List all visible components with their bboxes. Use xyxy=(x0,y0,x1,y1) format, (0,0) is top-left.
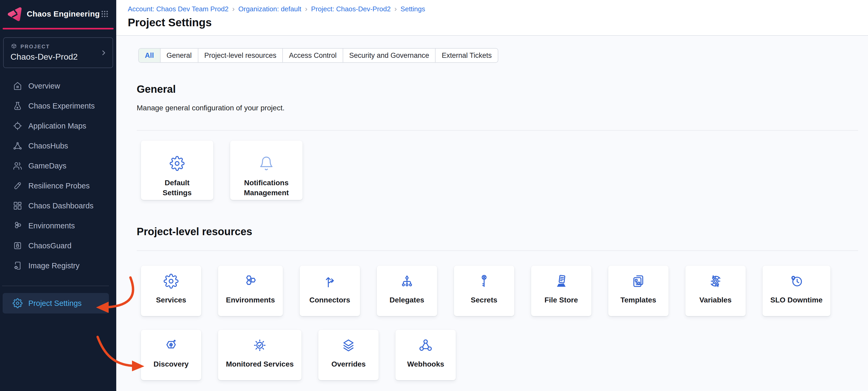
sidebar-item-chaos-dashboards[interactable]: Chaos Dashboards xyxy=(0,196,116,216)
app-switcher-grid-icon[interactable] xyxy=(100,10,109,18)
sidebar-item-label: Project Settings xyxy=(28,299,82,308)
settings-content: All General Project-level resources Acce… xyxy=(116,36,868,391)
section-general: General Manage general configuration of … xyxy=(137,84,858,200)
sidebar-divider xyxy=(2,286,109,286)
resource-card-connectors[interactable]: Connectors xyxy=(300,266,360,316)
card-label: Variables xyxy=(699,295,732,305)
resource-card-monitored-services[interactable]: Monitored Services xyxy=(218,330,302,380)
sidebar-item-label: Overview xyxy=(28,82,60,90)
card-label: Secrets xyxy=(471,295,497,305)
settings-card-default-settings[interactable]: Default Settings xyxy=(141,141,213,200)
resource-card-webhooks[interactable]: Webhooks xyxy=(396,330,456,380)
sidebar-item-label: Image Registry xyxy=(28,261,80,270)
hexagons-icon xyxy=(12,221,23,231)
resource-card-secrets[interactable]: Secrets xyxy=(454,266,514,316)
sidebar-item-label: Chaos Experiments xyxy=(28,102,95,110)
tab-access-control[interactable]: Access Control xyxy=(283,49,343,62)
tab-general[interactable]: General xyxy=(161,49,198,62)
tab-label: General xyxy=(166,52,192,60)
sidebar-item-chaoshubs[interactable]: ChaosHubs xyxy=(0,136,116,156)
sidebar-item-image-registry[interactable]: Image Registry xyxy=(0,256,116,276)
sidebar-item-project-settings[interactable]: Project Settings xyxy=(3,293,109,313)
registry-icon xyxy=(12,261,23,271)
sidebar-item-environments[interactable]: Environments xyxy=(0,216,116,236)
card-label: Templates xyxy=(620,295,656,305)
project-selector-label: PROJECT xyxy=(21,44,50,50)
card-label: Delegates xyxy=(390,295,424,305)
card-label: Environments xyxy=(226,295,275,305)
brand-accent-line xyxy=(3,28,114,29)
tab-project-level-resources[interactable]: Project-level resources xyxy=(198,49,283,62)
resource-card-slo-downtime[interactable]: SLO Downtime xyxy=(763,266,831,316)
resource-card-environments[interactable]: Environments xyxy=(218,266,283,316)
tab-all[interactable]: All xyxy=(139,49,161,62)
flask-icon xyxy=(12,101,23,111)
monitored-icon xyxy=(252,338,268,353)
home-icon xyxy=(12,81,23,91)
sidebar-item-chaos-experiments[interactable]: Chaos Experiments xyxy=(0,96,116,116)
general-cards: Default Settings Notifications Managemen… xyxy=(141,141,858,200)
resource-card-services[interactable]: Services xyxy=(141,266,201,316)
app-title: Chaos Engineering xyxy=(27,9,100,19)
sidebar-item-overview[interactable]: Overview xyxy=(0,76,116,96)
gear-icon xyxy=(12,298,23,308)
card-label: Overrides xyxy=(332,359,366,369)
sidebar-item-application-maps[interactable]: Application Maps xyxy=(0,116,116,136)
variables-icon xyxy=(708,274,723,289)
templates-icon xyxy=(631,274,646,289)
sidebar-item-gamedays[interactable]: GameDays xyxy=(0,156,116,176)
card-label: Connectors xyxy=(309,295,350,305)
section-project-level-resources: Project-level resources Services Environ… xyxy=(137,226,858,380)
breadcrumb-link[interactable]: Settings xyxy=(400,5,425,13)
breadcrumb-item-project-chaos-dev-prod2: Project: Chaos-Dev-Prod2 › xyxy=(311,5,401,13)
breadcrumb-link[interactable]: Project: Chaos-Dev-Prod2 xyxy=(311,5,391,13)
breadcrumb-link[interactable]: Account: Chaos Dev Team Prod2 xyxy=(128,5,228,13)
project-selector-value: Chaos-Dev-Prod2 xyxy=(10,52,97,62)
breadcrumb: Account: Chaos Dev Team Prod2 › Organiza… xyxy=(128,5,858,13)
resource-card-overrides[interactable]: Overrides xyxy=(318,330,379,380)
sidebar-item-label: Chaos Dashboards xyxy=(28,201,93,210)
sidebar-item-chaosguard[interactable]: ChaosGuard xyxy=(0,236,116,256)
probe-icon xyxy=(12,181,23,191)
sidebar-item-label: Resilience Probes xyxy=(28,181,90,190)
section-description: Manage general configuration of your pro… xyxy=(137,104,858,112)
breadcrumb-link[interactable]: Organization: default xyxy=(238,5,301,13)
breadcrumb-item-settings: Settings › xyxy=(400,5,425,13)
tab-label: Access Control xyxy=(289,52,337,60)
sidebar-item-label: ChaosGuard xyxy=(28,242,71,250)
target-icon xyxy=(12,121,23,131)
resource-card-templates[interactable]: Templates xyxy=(608,266,669,316)
section-divider xyxy=(137,130,858,131)
resource-card-delegates[interactable]: Delegates xyxy=(377,266,437,316)
tab-external-tickets[interactable]: External Tickets xyxy=(436,49,498,62)
shield-lock-icon xyxy=(12,241,23,251)
hexagons-icon xyxy=(243,274,258,289)
section-title: General xyxy=(137,84,858,94)
breadcrumb-separator: › xyxy=(232,5,235,13)
tab-label: External Tickets xyxy=(442,52,492,60)
page-header: Account: Chaos Dev Team Prod2 › Organiza… xyxy=(116,0,868,36)
connectors-icon xyxy=(322,274,337,289)
cube-icon xyxy=(10,43,17,50)
main-area: Account: Chaos Dev Team Prod2 › Organiza… xyxy=(116,0,868,391)
bell-icon xyxy=(259,156,274,171)
card-label: Webhooks xyxy=(407,359,444,369)
key-icon xyxy=(476,274,492,289)
resource-card-file-store[interactable]: File Store xyxy=(531,266,591,316)
settings-card-notifications-management[interactable]: Notifications Management xyxy=(230,141,303,200)
chevron-right-icon xyxy=(100,49,107,56)
card-label: Default Settings xyxy=(150,178,205,198)
resource-card-variables[interactable]: Variables xyxy=(685,266,746,316)
tab-label: Project-level resources xyxy=(205,52,277,60)
project-selector[interactable]: PROJECT Chaos-Dev-Prod2 xyxy=(3,37,113,68)
sidebar-item-resilience-probes[interactable]: Resilience Probes xyxy=(0,176,116,196)
sidebar-nav: Overview Chaos Experiments Application M… xyxy=(0,76,116,276)
resource-card-discovery[interactable]: Discovery xyxy=(141,330,201,380)
breadcrumb-item-account-chaos-dev-team-prod2: Account: Chaos Dev Team Prod2 › xyxy=(128,5,238,13)
tab-security-and-governance[interactable]: Security and Governance xyxy=(343,49,436,62)
resource-cards: Services Environments Connectors Delegat… xyxy=(141,266,858,380)
card-label: Monitored Services xyxy=(226,359,293,369)
brand-header: Chaos Engineering xyxy=(0,0,116,22)
card-label: Discovery xyxy=(154,359,189,369)
dashboards-icon xyxy=(12,201,23,211)
